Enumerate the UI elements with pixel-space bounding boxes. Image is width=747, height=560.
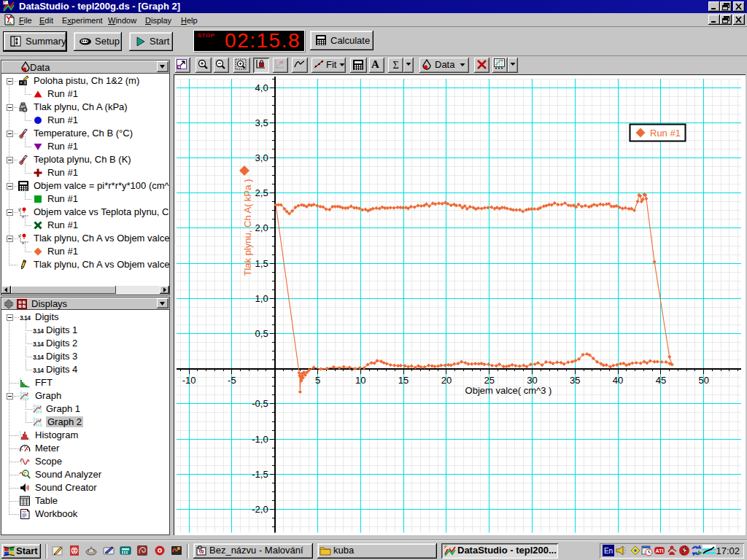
svg-text:4,0: 4,0 <box>255 82 268 93</box>
svg-text:-5: -5 <box>228 375 236 386</box>
svg-text:°°: °° <box>25 155 28 159</box>
svg-text:En: En <box>604 547 613 555</box>
svg-text:25: 25 <box>484 375 494 386</box>
svg-text:15: 15 <box>398 375 409 386</box>
svg-text:1,0: 1,0 <box>255 293 268 304</box>
svg-text:2,0: 2,0 <box>255 222 268 233</box>
svg-text:20: 20 <box>441 375 452 386</box>
svg-text:3.14: 3.14 <box>33 354 44 361</box>
svg-text:3.14: 3.14 <box>33 341 44 348</box>
svg-text:10: 10 <box>355 375 365 386</box>
svg-text:y: y <box>18 233 20 238</box>
svg-text:ATI: ATI <box>656 548 664 553</box>
svg-text:2,5: 2,5 <box>255 187 268 198</box>
svg-text:35: 35 <box>570 375 580 386</box>
svg-text:-10: -10 <box>182 375 196 386</box>
svg-text:5: 5 <box>315 375 320 386</box>
svg-text:3.14: 3.14 <box>33 327 44 335</box>
svg-text:-2,0: -2,0 <box>252 504 268 515</box>
svg-text:-1,5: -1,5 <box>252 469 268 480</box>
svg-text:0,5: 0,5 <box>255 328 268 339</box>
svg-text:Objem valce( cm^3 ): Objem valce( cm^3 ) <box>465 385 552 396</box>
svg-text:x: x <box>22 214 24 219</box>
svg-text:x: x <box>22 241 24 245</box>
svg-text:40: 40 <box>613 375 623 386</box>
svg-text:30: 30 <box>527 375 537 386</box>
svg-text:50: 50 <box>698 375 708 386</box>
svg-text:A: A <box>371 58 379 70</box>
svg-text:-1,0: -1,0 <box>252 434 268 445</box>
svg-text:Tlak plynu, Ch A( kPa ): Tlak plynu, Ch A( kPa ) <box>242 179 253 276</box>
svg-text:y: y <box>18 207 20 211</box>
svg-text:xy: xy <box>279 60 285 64</box>
svg-text:°°: °° <box>25 128 28 133</box>
svg-text:1,5: 1,5 <box>255 258 268 269</box>
svg-text:Σ: Σ <box>392 60 398 71</box>
svg-text:45: 45 <box>656 375 666 386</box>
svg-text:3.14: 3.14 <box>33 367 44 374</box>
svg-text:-0,5: -0,5 <box>252 398 268 409</box>
svg-text:3,5: 3,5 <box>255 117 268 128</box>
svg-text:3,0: 3,0 <box>255 152 268 163</box>
svg-text:Run #1: Run #1 <box>650 128 681 139</box>
